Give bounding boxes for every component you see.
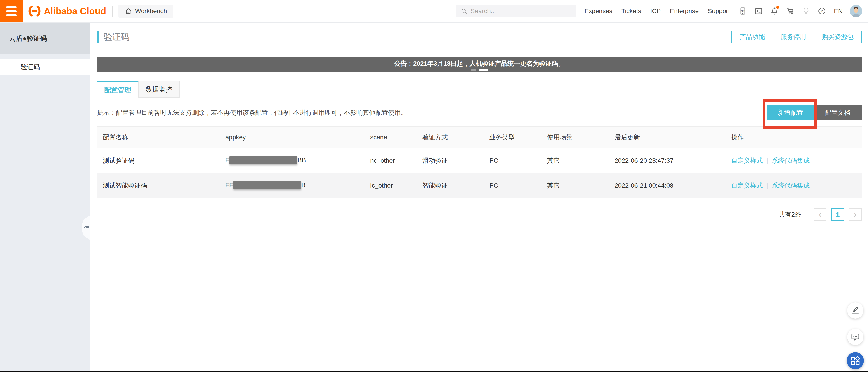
bulb-icon xyxy=(802,7,810,15)
window-bottom-edge xyxy=(0,371,868,372)
cell-verify-type: 滑动验证 xyxy=(423,156,489,165)
title-actions: 产品功能 服务停用 购买资源包 xyxy=(732,31,862,43)
nav-expenses[interactable]: Expenses xyxy=(585,7,612,15)
chat-icon xyxy=(851,333,860,341)
alibaba-cloud-logo[interactable]: Alibaba Cloud xyxy=(27,4,106,18)
sidebar-product-title: 云盾●验证码 xyxy=(0,23,90,54)
avatar[interactable] xyxy=(850,5,862,17)
tip-text: 提示：配置管理目前暂时无法支持删除，若不再使用该条配置，代码中不进行调用即可，不… xyxy=(97,108,407,117)
table-row: 测试验证码 FBB nc_other 滑动验证 PC 其它 2022-06-20… xyxy=(97,148,862,173)
add-config-button[interactable]: 新增配置 xyxy=(767,105,814,120)
link-separator: | xyxy=(767,157,768,164)
carousel-dot-active[interactable] xyxy=(479,69,488,71)
pagination-page-1[interactable]: 1 xyxy=(831,208,844,221)
tips-button[interactable] xyxy=(802,7,810,16)
carousel-indicators xyxy=(471,69,488,71)
title-accent-bar xyxy=(97,31,99,43)
search-input[interactable] xyxy=(471,7,568,15)
feedback-chat-button[interactable] xyxy=(847,329,864,345)
cloud-shell-button[interactable] xyxy=(754,7,763,16)
tabs: 配置管理 数据监控 xyxy=(97,81,862,98)
hamburger-menu-button[interactable] xyxy=(0,0,23,22)
column-header-name: 配置名称 xyxy=(97,133,225,142)
buy-resource-pack-button[interactable]: 购买资源包 xyxy=(814,31,862,43)
tab-config-management[interactable]: 配置管理 xyxy=(97,81,138,98)
notification-badge xyxy=(776,6,779,9)
avatar-image xyxy=(850,5,862,17)
link-separator: | xyxy=(767,182,768,189)
announcement-banner[interactable]: 公告：2021年3月18日起，人机验证产品统一更名为验证码。 xyxy=(97,57,862,73)
svg-text:?: ? xyxy=(821,9,823,13)
config-actions: 新增配置 配置文档 xyxy=(767,105,862,120)
column-header-operations: 操作 xyxy=(731,133,862,142)
notifications-button[interactable] xyxy=(770,7,779,16)
tip-row: 提示：配置管理目前暂时无法支持删除，若不再使用该条配置，代码中不进行调用即可，不… xyxy=(97,105,862,120)
app-download-button[interactable]: APP xyxy=(739,7,747,16)
cell-scene: nc_other xyxy=(370,157,423,164)
redaction-box xyxy=(229,156,297,164)
system-code-link[interactable]: 系统代码集成 xyxy=(772,157,810,164)
page-title-row: 验证码 产品功能 服务停用 购买资源包 xyxy=(97,31,862,43)
cart-button[interactable] xyxy=(786,7,795,16)
tab-data-monitoring[interactable]: 数据监控 xyxy=(138,81,180,98)
cell-appkey: FFB xyxy=(225,181,370,190)
cart-icon xyxy=(786,7,794,15)
nav-support[interactable]: Support xyxy=(708,7,730,15)
appkey-suffix: BB xyxy=(298,156,306,164)
apps-grid-button[interactable] xyxy=(847,352,864,369)
top-header: Alibaba Cloud Workbench Expenses Tickets xyxy=(0,0,868,23)
cell-use-scene: 其它 xyxy=(547,156,615,165)
carousel-dot[interactable] xyxy=(471,69,476,71)
pagination-prev-button[interactable]: ‹ xyxy=(814,208,827,221)
announcement-text: 公告：2021年3月18日起，人机验证产品统一更名为验证码。 xyxy=(394,59,564,68)
global-search[interactable] xyxy=(456,5,576,18)
feedback-edit-button[interactable] xyxy=(847,302,864,319)
nav-tickets[interactable]: Tickets xyxy=(621,7,641,15)
column-header-updated: 最后更新 xyxy=(615,133,731,142)
service-disable-button[interactable]: 服务停用 xyxy=(773,31,814,43)
app-icon: APP xyxy=(739,7,747,15)
cell-config-name: 测试智能验证码 xyxy=(97,181,225,190)
collapse-menu-icon xyxy=(83,224,90,231)
cell-biz-type: PC xyxy=(489,157,547,164)
config-table: 配置名称 appkey scene 验证方式 业务类型 使用场景 最后更新 操作… xyxy=(97,126,862,198)
cell-updated: 2022-06-20 23:47:37 xyxy=(615,157,731,164)
help-icon: ? xyxy=(818,7,826,15)
locale-switcher[interactable]: EN xyxy=(834,7,843,15)
header-icons: APP xyxy=(739,7,826,16)
page-title: 验证码 xyxy=(104,31,129,43)
appkey-prefix: FF xyxy=(225,181,233,189)
column-header-verify-type: 验证方式 xyxy=(423,133,489,142)
product-features-button[interactable]: 产品功能 xyxy=(732,31,773,43)
home-icon xyxy=(125,7,132,15)
help-button[interactable]: ? xyxy=(817,7,826,16)
cell-config-name: 测试验证码 xyxy=(97,156,225,165)
sidebar: 云盾●验证码 验证码 xyxy=(0,23,90,372)
pagination-next-button[interactable]: › xyxy=(849,208,862,221)
pagination: 共有2条 ‹ 1 › xyxy=(97,208,862,221)
workbench-button[interactable]: Workbench xyxy=(119,4,174,18)
config-docs-button[interactable]: 配置文档 xyxy=(814,105,862,120)
custom-style-link[interactable]: 自定义样式 xyxy=(731,182,763,189)
custom-style-link[interactable]: 自定义样式 xyxy=(731,157,763,164)
header-divider xyxy=(112,6,113,17)
svg-text:APP: APP xyxy=(741,9,745,12)
alibaba-cloud-logo-icon xyxy=(27,4,42,18)
system-code-link[interactable]: 系统代码集成 xyxy=(772,182,810,189)
redaction-box xyxy=(233,181,301,189)
fab-divider xyxy=(848,323,862,323)
appkey-suffix: B xyxy=(301,181,306,189)
main-content: 验证码 产品功能 服务停用 购买资源包 公告：2021年3月18日起，人机验证产… xyxy=(90,23,868,372)
sidebar-item-captcha[interactable]: 验证码 xyxy=(0,59,90,75)
pencil-icon xyxy=(851,306,860,315)
column-header-biz-type: 业务类型 xyxy=(489,133,547,142)
workbench-label: Workbench xyxy=(135,7,167,15)
cell-use-scene: 其它 xyxy=(547,181,615,190)
nav-icp[interactable]: ICP xyxy=(650,7,661,15)
cell-biz-type: PC xyxy=(489,182,547,189)
cell-scene: ic_other xyxy=(370,182,423,189)
nav-enterprise[interactable]: Enterprise xyxy=(670,7,699,15)
cell-operations: 自定义样式|系统代码集成 xyxy=(731,181,862,190)
column-header-appkey: appkey xyxy=(225,134,370,141)
table-row: 测试智能验证码 FFB ic_other 智能验证 PC 其它 2022-06-… xyxy=(97,173,862,198)
